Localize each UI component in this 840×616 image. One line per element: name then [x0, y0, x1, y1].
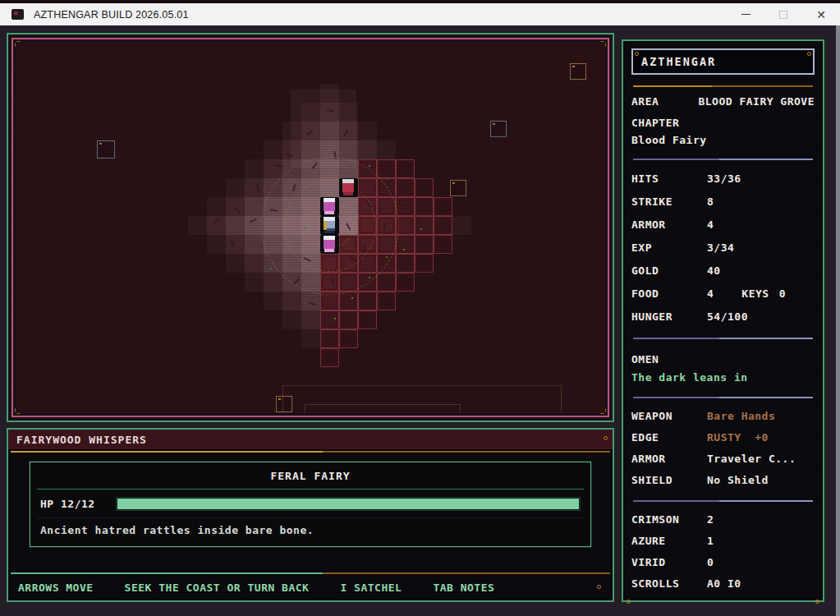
- tile-texture: [250, 218, 257, 223]
- minimize-button[interactable]: [727, 3, 764, 25]
- map-tile: [226, 235, 245, 254]
- map-tile: [301, 292, 320, 310]
- sprite-part: [343, 192, 353, 195]
- map-tile: [207, 197, 226, 216]
- map-tile: [245, 197, 264, 216]
- stat-label: FOOD: [631, 287, 707, 300]
- map-tile: [245, 254, 264, 273]
- area-value: BLOOD FAIRY GROVE: [698, 95, 815, 108]
- corner-dot-icon: [627, 600, 631, 604]
- sprite-part: [324, 240, 335, 249]
- blood-fairy-sprite: [339, 178, 358, 197]
- map-tile: [339, 140, 358, 159]
- stat-label: GOLD: [631, 264, 707, 277]
- game-viewport-panel: [7, 33, 614, 422]
- area-label: AREA: [631, 95, 659, 108]
- map-tile: [320, 348, 339, 367]
- combat-header: FAIRYWOOD WHISPERS: [8, 430, 613, 449]
- stat-label: STRIKE: [631, 195, 707, 208]
- stat-value: 54/100: [707, 310, 748, 323]
- map-marker-icon: [570, 63, 586, 80]
- viewport-pink-frame: [11, 38, 609, 417]
- titlebar: AZTHENGAR BUILD 2026.05.01 ✕: [0, 3, 840, 25]
- close-button[interactable]: ✕: [802, 3, 840, 25]
- stat-row: ARMOR 4: [631, 213, 815, 236]
- enemy-hp-fill: [117, 499, 579, 509]
- map-tile: [434, 216, 452, 235]
- window-controls: ✕: [727, 3, 840, 25]
- stat-row: EXP 3/34: [631, 236, 815, 259]
- resource-value: A0 I0: [707, 577, 741, 590]
- sidebar-panel: AZTHENGAR AREA BLOOD FAIRY GROVE CHAPTER…: [622, 39, 824, 602]
- chapter-value: Blood Fairy: [631, 131, 815, 149]
- tile-texture: [402, 204, 409, 205]
- map-tile: [301, 122, 320, 140]
- minimize-icon: [741, 14, 750, 15]
- stat-label: EXP: [631, 241, 707, 254]
- combat-panel-title: FAIRYWOOD WHISPERS: [16, 434, 147, 446]
- map-tile: [434, 235, 452, 254]
- stat-label: KEYS: [741, 287, 769, 300]
- tile-texture: [420, 228, 422, 230]
- stat-value: 0: [779, 287, 786, 300]
- map-tile: [377, 273, 396, 292]
- hero-name-box: AZTHENGAR: [631, 48, 815, 75]
- divider: [11, 451, 610, 453]
- stat-row: HUNGER 54/100: [631, 305, 815, 328]
- window-title: AZTHENGAR BUILD 2026.05.01: [34, 9, 189, 21]
- tile-texture: [275, 165, 282, 167]
- maximize-button[interactable]: [764, 3, 802, 25]
- map-tile: [320, 103, 339, 122]
- map-tile: [207, 235, 226, 254]
- resource-row: AZURE 1: [631, 530, 815, 551]
- scrollbar[interactable]: [836, 25, 840, 616]
- resource-value: 1: [707, 535, 714, 547]
- stat-row: FOOD 4 KEYS 0: [631, 282, 815, 305]
- enemy-hp-bar: [116, 497, 581, 511]
- stat-value: 3/34: [707, 241, 734, 254]
- stat-value: 8: [707, 195, 714, 208]
- chapter-block: CHAPTER Blood Fairy: [631, 114, 815, 149]
- sprite-part: [324, 211, 334, 214]
- map-tile: [245, 178, 264, 197]
- enemy-flavor-text: Ancient hatred rattles inside bare bone.: [30, 518, 590, 536]
- map-tile: [396, 254, 415, 273]
- stat-label: ARMOR: [631, 218, 707, 231]
- omen-label: OMEN: [631, 351, 815, 369]
- stat-row: STRIKE 8: [631, 190, 815, 213]
- room-outline: [305, 404, 461, 413]
- tile-texture: [231, 239, 234, 246]
- resource-row: CRIMSON 2: [631, 508, 815, 530]
- map-marker-icon: [490, 121, 507, 137]
- chapter-label: CHAPTER: [631, 114, 815, 131]
- map-tile: [301, 103, 320, 122]
- corner-dot-icon: [807, 52, 811, 56]
- map-tile: [339, 292, 358, 310]
- equipment-label: ARMOR: [631, 453, 707, 465]
- stat-label: HITS: [631, 172, 707, 185]
- enemy-name: FERAL FAIRY: [30, 462, 590, 482]
- area-row: AREA BLOOD FAIRY GROVE: [631, 92, 815, 110]
- map-tile: [396, 159, 415, 178]
- map-tile: [264, 292, 282, 310]
- map-tile: [245, 159, 264, 178]
- equipment-value: Bare Hands: [707, 410, 775, 422]
- map-marker-icon: [276, 396, 292, 412]
- map-tile: [452, 216, 471, 235]
- equipment-label: SHIELD: [631, 474, 707, 486]
- tile-texture: [369, 165, 370, 167]
- map-tile: [188, 216, 207, 235]
- map-tile: [226, 254, 245, 273]
- map-tile: [415, 197, 434, 216]
- map-tile: [245, 273, 264, 292]
- map-tile: [396, 235, 415, 254]
- map-tile: [415, 235, 434, 254]
- corner-dot-icon: [604, 436, 608, 440]
- close-icon: ✕: [816, 8, 826, 21]
- stat-value: 4: [707, 287, 714, 300]
- resource-label: SCROLLS: [631, 577, 707, 590]
- feral-fairy-sprite: [320, 197, 339, 216]
- map-tile: [226, 216, 245, 235]
- equipment-value: Traveler C...: [707, 453, 796, 465]
- map-tile: [320, 329, 339, 348]
